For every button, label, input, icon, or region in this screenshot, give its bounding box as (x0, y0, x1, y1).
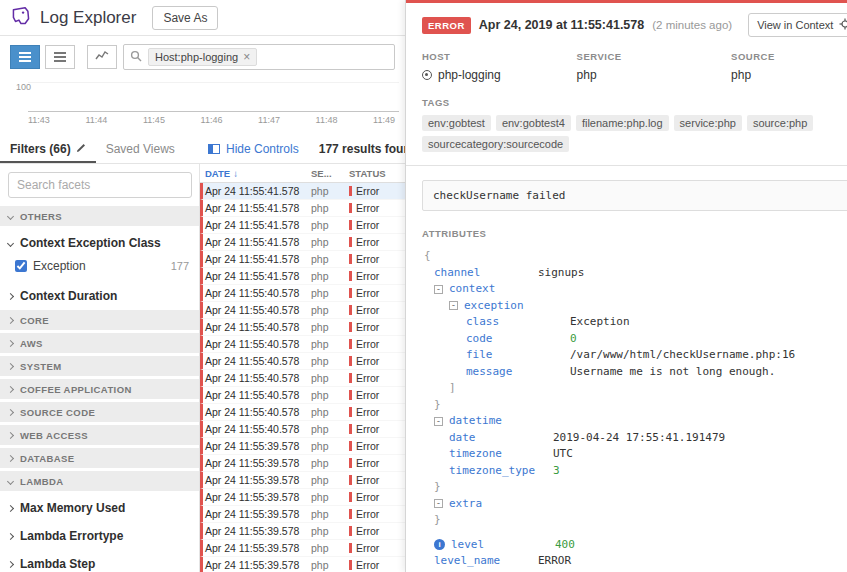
attribute-key[interactable]: class (466, 314, 562, 331)
facet-group-header[interactable]: AWS (0, 333, 199, 353)
datadog-logo-icon[interactable] (10, 5, 32, 30)
facet-group-header[interactable]: SYSTEM (0, 356, 199, 376)
search-input[interactable]: Host:php-logging × (123, 44, 395, 70)
log-row[interactable]: Apr 24 11:55:39.578 php Error (200, 540, 405, 557)
save-as-button[interactable]: Save As (152, 6, 218, 30)
host-value[interactable]: php-logging (438, 68, 501, 82)
attribute-key[interactable]: level (451, 537, 547, 554)
log-row-date: Apr 24 11:55:39.578 (205, 542, 311, 554)
column-header-service[interactable]: SE... (311, 168, 349, 179)
log-row-service: php (311, 508, 349, 520)
log-row[interactable]: Apr 24 11:55:39.578 php Error (200, 472, 405, 489)
log-row-date: Apr 24 11:55:40.578 (205, 372, 311, 384)
facet-value-row[interactable]: Exception 177 (0, 257, 199, 282)
hide-controls-link[interactable]: Hide Controls (200, 142, 307, 156)
tab-saved-views[interactable]: Saved Views (96, 134, 185, 163)
token-close-icon[interactable]: × (243, 50, 250, 64)
attribute-key[interactable]: channel (434, 265, 530, 282)
facet-item[interactable]: Context Exception Class (0, 229, 199, 257)
attribute-key[interactable]: date (449, 430, 545, 447)
attribute-key[interactable]: file (466, 347, 562, 364)
log-row[interactable]: Apr 24 11:55:41.578 php Error (200, 217, 405, 234)
source-value[interactable]: php (731, 68, 751, 82)
attribute-key[interactable]: timezone (449, 446, 545, 463)
edit-pencil-icon[interactable] (76, 142, 86, 156)
facet-group-header[interactable]: SOURCE CODE (0, 402, 199, 422)
analytics-view-button[interactable] (87, 45, 117, 69)
log-row-service: php (311, 389, 349, 401)
detail-view-button[interactable] (45, 45, 75, 69)
log-row[interactable]: Apr 24 11:55:40.578 php Error (200, 319, 405, 336)
facet-item[interactable]: Context Duration (0, 282, 199, 310)
log-row[interactable]: Apr 24 11:55:41.578 php Error (200, 183, 405, 200)
log-row[interactable]: Apr 24 11:55:41.578 php Error (200, 251, 405, 268)
status-bar-icon (349, 305, 352, 315)
collapse-icon[interactable]: - (434, 285, 443, 294)
column-header-status[interactable]: STATUS (349, 168, 405, 179)
attribute-key[interactable]: message (466, 364, 562, 381)
list-view-button[interactable] (10, 45, 40, 69)
log-row[interactable]: Apr 24 11:55:39.578 php Error (200, 523, 405, 540)
attribute-key[interactable]: extra (449, 496, 545, 513)
log-row[interactable]: Apr 24 11:55:39.578 php Error (200, 506, 405, 523)
timeline-plot-area[interactable] (28, 82, 399, 112)
collapse-icon[interactable]: - (434, 417, 443, 426)
log-row-date: Apr 24 11:55:40.578 (205, 406, 311, 418)
log-row[interactable]: Apr 24 11:55:40.578 php Error (200, 285, 405, 302)
service-value[interactable]: php (577, 68, 597, 82)
tag-pill[interactable]: sourcecategory:sourcecode (422, 136, 569, 152)
log-row[interactable]: Apr 24 11:55:40.578 php Error (200, 353, 405, 370)
view-in-context-button[interactable]: View in Context (748, 13, 847, 37)
tag-pill[interactable]: filename:php.log (576, 115, 669, 131)
facet-group-header[interactable]: CORE (0, 310, 199, 330)
log-row-status: Error (349, 304, 405, 316)
search-filter-token[interactable]: Host:php-logging × (148, 48, 257, 66)
log-row[interactable]: Apr 24 11:55:40.578 php Error (200, 302, 405, 319)
attribute-value: 2019-04-24 17:55:41.191479 (553, 430, 725, 447)
log-row[interactable]: Apr 24 11:55:39.578 php Error (200, 455, 405, 472)
log-row[interactable]: Apr 24 11:55:40.578 php Error (200, 370, 405, 387)
facet-item[interactable]: Max Memory Used (0, 494, 199, 522)
log-row-service: php (311, 253, 349, 265)
log-row[interactable]: Apr 24 11:55:41.578 php Error (200, 234, 405, 251)
column-header-date[interactable]: DATE ↓ (205, 168, 311, 179)
tag-pill[interactable]: env:gobtest (422, 115, 491, 131)
attribute-key[interactable]: code (466, 331, 562, 348)
tag-pill[interactable]: env:gobtest4 (496, 115, 571, 131)
log-row[interactable]: Apr 24 11:55:40.578 php Error (200, 336, 405, 353)
facet-item[interactable]: Lambda Errortype (0, 522, 199, 550)
hide-controls-label: Hide Controls (226, 142, 299, 156)
tab-filters[interactable]: Filters (66) (0, 134, 96, 163)
log-row[interactable]: Apr 24 11:55:41.578 php Error (200, 200, 405, 217)
log-row[interactable]: Apr 24 11:55:41.578 php Error (200, 268, 405, 285)
attribute-key[interactable]: level_name (434, 553, 530, 570)
facet-group-header[interactable]: DATABASE (0, 448, 199, 468)
tag-pill[interactable]: source:php (747, 115, 813, 131)
facet-checkbox[interactable] (15, 260, 27, 272)
log-row-status: Error (349, 525, 405, 537)
log-row[interactable]: Apr 24 11:55:40.578 php Error (200, 404, 405, 421)
facet-group-header[interactable]: LAMBDA (0, 471, 199, 491)
log-row[interactable]: Apr 24 11:55:39.578 php Error (200, 438, 405, 455)
attribute-key[interactable]: datetime (449, 413, 545, 430)
facet-group-header[interactable]: OTHERS (0, 206, 199, 226)
facet-group-header[interactable]: COFFEE APPLICATION (0, 379, 199, 399)
facet-search-input[interactable] (8, 172, 192, 198)
collapse-icon[interactable]: - (434, 499, 443, 508)
log-row-status-label: Error (356, 287, 379, 299)
tag-pill[interactable]: service:php (674, 115, 742, 131)
log-row[interactable]: Apr 24 11:55:40.578 php Error (200, 421, 405, 438)
log-row[interactable]: Apr 24 11:55:40.578 php Error (200, 387, 405, 404)
status-bar-icon (349, 560, 352, 570)
log-row[interactable]: Apr 24 11:55:39.578 php Error (200, 489, 405, 506)
facet-item-label: Max Memory Used (20, 501, 125, 515)
attribute-key[interactable]: exception (464, 298, 560, 315)
chevron-icon (7, 408, 14, 415)
facet-group-header[interactable]: WEB ACCESS (0, 425, 199, 445)
facet-item[interactable]: Lambda Step (0, 550, 199, 572)
attribute-key[interactable]: timezone_type (449, 463, 545, 480)
log-row[interactable]: Apr 24 11:55:39.578 php Error (200, 557, 405, 572)
collapse-icon[interactable]: - (449, 301, 458, 310)
info-icon[interactable]: i (434, 539, 445, 550)
attribute-key[interactable]: context (449, 281, 545, 298)
